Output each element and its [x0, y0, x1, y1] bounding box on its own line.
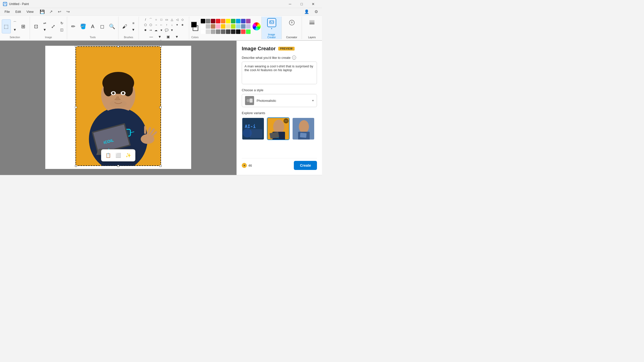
shape-arrow2[interactable]: ⇒ [148, 28, 153, 33]
color-22[interactable] [231, 29, 235, 34]
float-magic-btn[interactable]: ✨ [124, 151, 133, 160]
shape-diamond[interactable]: ◇ [180, 17, 185, 22]
shape-fill-btn[interactable]: ▣ [165, 34, 172, 40]
brush-options-btn[interactable]: ▼ [130, 27, 137, 33]
shape-outline-btn[interactable]: — [148, 34, 155, 40]
handle-mr[interactable] [159, 106, 162, 108]
variant-3[interactable] [292, 117, 315, 140]
menu-edit[interactable]: Edit [13, 9, 23, 15]
style-dropdown[interactable]: Photorealistic ▾ [242, 94, 317, 107]
color-yellow[interactable] [226, 19, 230, 23]
color-66[interactable] [221, 29, 225, 34]
ribbon-image-creator[interactable]: ✦ Image Creator [262, 17, 282, 39]
shape-burst[interactable]: ✸ [143, 28, 148, 33]
shape-outline-more-btn[interactable]: ▼ [156, 34, 163, 40]
menu-file[interactable]: File [2, 9, 12, 15]
color-dd[interactable] [206, 29, 210, 34]
ribbon-cocreator[interactable]: Cocreator [282, 17, 302, 39]
text-btn[interactable]: A [88, 19, 97, 33]
shape-star5[interactable]: ★ [180, 22, 185, 27]
ribbon-layers[interactable]: Layers [302, 17, 322, 39]
maximize-button[interactable]: □ [296, 0, 307, 8]
prompt-textarea[interactable]: A man wearing a cool t-shirt that is sur… [242, 62, 317, 84]
color-gold[interactable] [221, 24, 225, 29]
create-button[interactable]: Create [294, 161, 317, 170]
color-orange[interactable] [221, 19, 225, 23]
eraser-btn[interactable]: ◻ [98, 19, 107, 33]
color-lightred[interactable] [241, 29, 246, 34]
color-steelblue[interactable] [241, 24, 246, 29]
shape-heart[interactable]: ♥ [159, 28, 164, 33]
info-icon[interactable]: i [292, 56, 296, 60]
variant-2-more[interactable]: ⋯ [284, 118, 289, 123]
flip-options-btn[interactable]: ▼ [41, 27, 48, 33]
color-white[interactable] [201, 24, 205, 29]
color-w2[interactable] [201, 29, 205, 34]
pencil-btn[interactable]: ✏ [69, 19, 78, 33]
shape-rect[interactable]: □ [159, 17, 164, 22]
selection-freeform-btn[interactable]: ⌒ [11, 20, 18, 26]
float-erase-btn[interactable]: ⬜ [114, 151, 123, 160]
color-lavender[interactable] [246, 24, 251, 29]
shape-rect2[interactable]: ▭ [164, 17, 169, 22]
handle-ml[interactable] [75, 106, 77, 108]
shape-rtri[interactable]: ◁ [175, 17, 180, 22]
shape-tri[interactable]: △ [169, 17, 174, 22]
save-button[interactable]: 💾 [38, 8, 46, 15]
shape-up-arrow[interactable]: ↑ [164, 22, 169, 27]
close-button[interactable]: ✕ [307, 0, 319, 8]
layers-btn-sm[interactable]: ◫ [58, 27, 65, 33]
handle-bl[interactable] [75, 165, 77, 167]
brush-btn[interactable]: 🖌 [120, 19, 129, 33]
shape-oval[interactable]: ○ [153, 17, 158, 22]
float-copy-btn[interactable]: 📋 [104, 151, 113, 160]
color-blue[interactable] [236, 19, 240, 23]
handle-tr[interactable] [159, 46, 162, 47]
shape-star4[interactable]: ✦ [175, 22, 180, 27]
handle-tl[interactable] [75, 46, 77, 47]
color-aa[interactable] [211, 29, 215, 34]
selection-options-btn[interactable]: ▼ [11, 27, 18, 33]
redo-button[interactable]: ↪ [64, 8, 72, 15]
shape-more[interactable]: ▼ [169, 28, 174, 33]
shape-curve[interactable]: ⌒ [148, 17, 153, 22]
brush-type-btn[interactable]: ≡ [130, 20, 137, 26]
color-red[interactable] [216, 19, 220, 23]
color-brown[interactable] [211, 24, 215, 29]
handle-br[interactable] [159, 165, 162, 167]
menu-view[interactable]: View [24, 9, 36, 15]
color-darkblue[interactable] [241, 19, 246, 23]
account-button[interactable]: 👤 [303, 8, 310, 15]
color-44[interactable] [226, 29, 230, 34]
color-darkred[interactable] [211, 19, 215, 23]
shape-line[interactable]: / [143, 17, 148, 22]
color-black[interactable] [201, 19, 205, 23]
share-button[interactable]: ↗ [47, 8, 55, 15]
color-cream[interactable] [226, 24, 230, 29]
shape-left-arrow[interactable]: ← [159, 22, 164, 27]
selection-rect-btn[interactable]: ⬚ [2, 19, 11, 33]
shape-hexa[interactable]: ⬡ [148, 22, 153, 27]
shape-callout[interactable]: 💬 [164, 28, 169, 33]
settings-button[interactable]: ⚙ [312, 8, 320, 15]
color-11[interactable] [236, 29, 240, 34]
color-pink[interactable] [216, 24, 220, 29]
minimize-button[interactable]: ─ [284, 0, 296, 8]
color-lightgray[interactable] [206, 24, 210, 29]
rotate-btn[interactable]: ↻ [58, 20, 65, 26]
color-green[interactable] [231, 19, 235, 23]
shape-cloud[interactable]: ☁ [153, 28, 158, 33]
shape-fill-more-btn[interactable]: ▼ [173, 34, 180, 40]
undo-button[interactable]: ↩ [56, 8, 63, 15]
crop-btn[interactable]: ⊡ [32, 19, 41, 33]
color-lime[interactable] [231, 24, 235, 29]
canvas-area[interactable]: iCOiL olo [0, 41, 236, 175]
variant-1[interactable]: AI-i [242, 117, 264, 140]
select-all-btn[interactable]: ⊞ [19, 19, 28, 33]
foreground-color[interactable] [191, 22, 197, 27]
color-lightblue[interactable] [236, 24, 240, 29]
shape-penta[interactable]: ⬠ [143, 22, 148, 27]
shape-right-arrow[interactable]: → [153, 22, 158, 27]
resize-btn[interactable]: ⤢ [49, 19, 58, 33]
fill-btn[interactable]: 🪣 [78, 19, 88, 33]
